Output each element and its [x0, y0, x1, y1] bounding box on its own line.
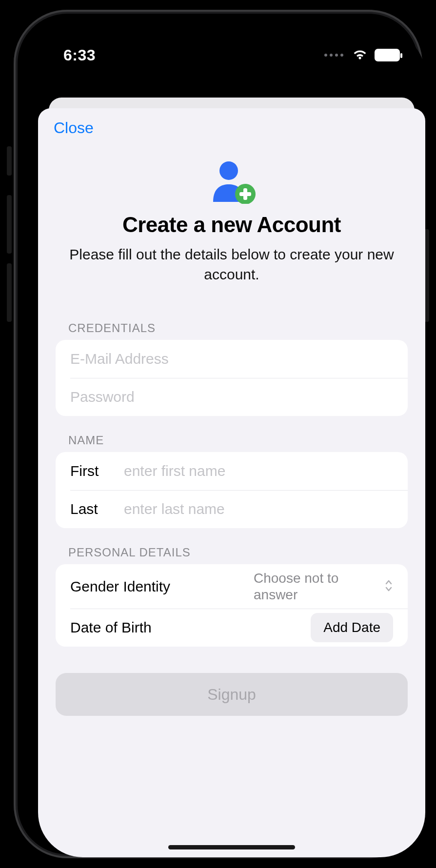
- wifi-icon: [352, 49, 368, 61]
- hero-section: Create a new Account Please fill out the…: [38, 147, 425, 304]
- status-bar: 6:33: [38, 30, 425, 77]
- screen: 6:33 Close: [38, 30, 425, 857]
- add-user-icon: [207, 159, 256, 204]
- first-name-field[interactable]: [124, 454, 393, 488]
- personal-group: Gender Identity Choose not to answer Dat…: [56, 564, 408, 647]
- signup-button[interactable]: Signup: [56, 673, 408, 716]
- svg-point-0: [219, 161, 238, 180]
- battery-icon: [375, 49, 400, 61]
- password-field[interactable]: [70, 380, 393, 414]
- cellular-dots-icon: [324, 54, 343, 57]
- last-name-field[interactable]: [124, 492, 393, 526]
- last-name-label: Last: [70, 501, 124, 517]
- gender-picker[interactable]: Gender Identity Choose not to answer: [56, 564, 408, 609]
- section-header-name: NAME: [38, 416, 425, 452]
- modal-sheet: Close Create a n: [38, 108, 425, 857]
- add-date-button[interactable]: Add Date: [311, 613, 393, 642]
- section-header-credentials: CREDENTIALS: [38, 304, 425, 340]
- status-time: 6:33: [63, 46, 96, 64]
- page-title: Create a new Account: [61, 213, 402, 237]
- gender-value: Choose not to answer: [254, 570, 380, 603]
- nav-bar: Close: [38, 108, 425, 147]
- email-field[interactable]: [70, 342, 393, 376]
- name-group: First Last: [56, 452, 408, 528]
- dob-label: Date of Birth: [70, 619, 311, 636]
- close-button[interactable]: Close: [54, 119, 94, 137]
- gender-label: Gender Identity: [70, 578, 254, 595]
- device-frame: 6:33 Close: [14, 10, 422, 858]
- first-name-label: First: [70, 463, 124, 479]
- svg-rect-3: [239, 192, 251, 196]
- page-subtitle: Please fill out the details below to cre…: [61, 245, 402, 284]
- chevron-updown-icon: [384, 579, 393, 594]
- home-indicator[interactable]: [168, 845, 295, 849]
- section-header-personal: PERSONAL DETAILS: [38, 528, 425, 564]
- credentials-group: [56, 340, 408, 416]
